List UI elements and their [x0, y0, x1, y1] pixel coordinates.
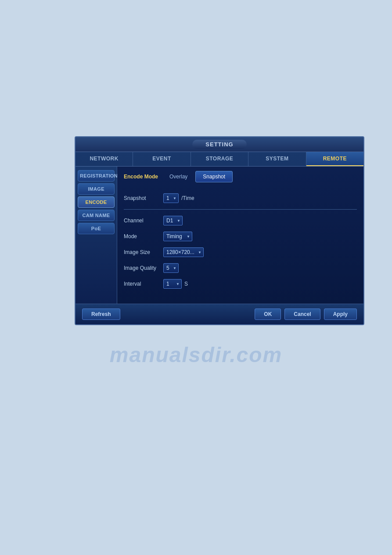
refresh-button[interactable]: Refresh	[82, 308, 120, 320]
tab-network[interactable]: NETWORK	[76, 152, 133, 166]
mode-label: Mode	[124, 233, 163, 239]
channel-label: Channel	[124, 218, 163, 224]
channel-row: Channel D1 D2 D3 D4	[124, 216, 357, 225]
sidebar: REGISTRATION IMAGE ENCODE CAM NAME PoE	[76, 167, 117, 304]
tab-event[interactable]: EVENT	[133, 152, 191, 166]
mode-select-wrapper: Timing Trigger	[163, 232, 192, 241]
tab-system[interactable]: SYSTEM	[248, 152, 306, 166]
content-area: REGISTRATION IMAGE ENCODE CAM NAME PoE E…	[76, 167, 363, 304]
tab-remote[interactable]: REMOTE	[306, 152, 363, 166]
mode-control: Timing Trigger	[163, 232, 192, 241]
interval-select-wrapper: 1 2 5 10	[163, 279, 182, 289]
bottom-bar: Refresh OK Cancel Apply	[76, 304, 363, 324]
title-bar: SETTING	[76, 137, 363, 152]
image-quality-row: Image Quality 1 2 3 4 5 6	[124, 263, 357, 273]
main-content: Encode Mode Overlay Snapshot Snapshot 1	[117, 167, 363, 304]
mode-select[interactable]: Timing Trigger	[163, 232, 192, 241]
interval-unit: S	[184, 281, 188, 287]
snapshot-select-wrapper: 1 2 3 4 5	[163, 193, 179, 203]
image-quality-control: 1 2 3 4 5 6	[163, 263, 179, 273]
image-size-select[interactable]: 1280×720... 640×360 320×180	[163, 247, 204, 257]
image-size-control: 1280×720... 640×360 320×180	[163, 247, 204, 257]
channel-select-wrapper: D1 D2 D3 D4	[163, 216, 183, 225]
interval-control: 1 2 5 10 S	[163, 279, 188, 289]
mode-tab-row: Encode Mode Overlay Snapshot	[124, 171, 357, 182]
snapshot-unit: /Time	[181, 195, 194, 201]
snapshot-control: 1 2 3 4 5 /Time	[163, 193, 194, 203]
image-size-row: Image Size 1280×720... 640×360 320×180	[124, 247, 357, 257]
snapshot-label: Snapshot	[124, 195, 163, 201]
interval-select[interactable]: 1 2 5 10	[163, 279, 182, 289]
mode-row: Mode Timing Trigger	[124, 232, 357, 241]
sidebar-item-registration[interactable]: REGISTRATION	[78, 170, 115, 181]
encode-mode-label: Encode Mode	[124, 174, 158, 180]
sidebar-item-poe[interactable]: PoE	[78, 223, 115, 234]
image-quality-select-wrapper: 1 2 3 4 5 6	[163, 263, 179, 273]
sidebar-item-image[interactable]: IMAGE	[78, 183, 115, 195]
cancel-button[interactable]: Cancel	[284, 308, 320, 320]
channel-select[interactable]: D1 D2 D3 D4	[163, 216, 183, 225]
divider	[124, 209, 357, 210]
ok-button[interactable]: OK	[255, 308, 281, 320]
interval-label: Interval	[124, 281, 163, 287]
interval-row: Interval 1 2 5 10 S	[124, 279, 357, 289]
image-quality-select[interactable]: 1 2 3 4 5 6	[163, 263, 179, 273]
tab-snapshot[interactable]: Snapshot	[195, 171, 233, 182]
sidebar-item-encode[interactable]: ENCODE	[78, 196, 115, 208]
snapshot-row: Snapshot 1 2 3 4 5	[124, 193, 357, 203]
dialog-title: SETTING	[192, 140, 246, 149]
right-buttons: OK Cancel Apply	[255, 308, 357, 320]
image-size-label: Image Size	[124, 249, 163, 255]
tab-overlay[interactable]: Overlay	[162, 171, 194, 182]
channel-control: D1 D2 D3 D4	[163, 216, 183, 225]
snapshot-form: Snapshot 1 2 3 4 5	[124, 189, 357, 299]
watermark: manualsdir.com	[110, 343, 282, 367]
image-quality-label: Image Quality	[124, 265, 163, 271]
image-size-select-wrapper: 1280×720... 640×360 320×180	[163, 247, 204, 257]
snapshot-select[interactable]: 1 2 3 4 5	[163, 193, 179, 203]
apply-button[interactable]: Apply	[324, 308, 357, 320]
sidebar-item-cam-name[interactable]: CAM NAME	[78, 210, 115, 221]
nav-tabs: NETWORK EVENT STORAGE SYSTEM REMOTE	[76, 152, 363, 167]
tab-storage[interactable]: STORAGE	[191, 152, 248, 166]
